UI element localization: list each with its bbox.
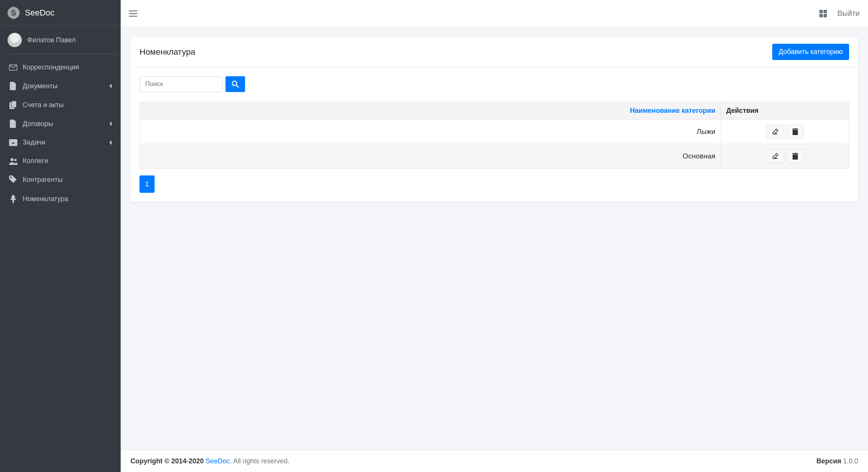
delete-button[interactable] — [787, 149, 804, 163]
sidebar-item-documents[interactable]: Документы — [3, 77, 118, 95]
brand[interactable]: S SeeDoc — [0, 0, 121, 26]
table-row: Основная — [140, 144, 849, 169]
user-name: Филатов Павел — [27, 36, 76, 44]
card: Номенклатура Добавить категорию — [130, 37, 858, 202]
delete-button[interactable] — [787, 125, 804, 138]
add-category-button[interactable]: Добавить категорию — [772, 44, 849, 60]
svg-point-6 — [10, 177, 12, 178]
version: Версия 1.0.0 — [816, 457, 858, 465]
sidebar-item-contracts[interactable]: Договоры — [3, 114, 118, 133]
copy-icon — [8, 101, 18, 109]
svg-rect-7 — [12, 200, 14, 203]
sidebar-item-label: Контрагенты — [23, 176, 112, 184]
sidebar-item-invoices[interactable]: Счета и акты — [3, 95, 118, 114]
sidebar-item-label: Документы — [23, 82, 109, 90]
edit-icon — [772, 153, 779, 160]
chevron-left-icon — [109, 121, 112, 126]
svg-point-5 — [14, 159, 17, 161]
svg-line-16 — [236, 85, 239, 88]
apps-icon[interactable] — [819, 10, 827, 17]
chevron-left-icon — [109, 140, 112, 145]
page-title: Номенклатура — [140, 47, 195, 57]
avatar — [8, 33, 22, 47]
top-navbar: Выйти — [121, 0, 868, 27]
edit-button[interactable] — [766, 149, 784, 163]
sidebar-item-label: Договоры — [23, 120, 109, 128]
trash-icon — [792, 153, 798, 160]
sidebar-item-tasks[interactable]: Задачи — [3, 133, 118, 152]
sidebar-item-label: Счета и акты — [23, 101, 112, 109]
svg-rect-13 — [819, 14, 823, 17]
chevron-left-icon — [109, 83, 112, 89]
file-icon — [8, 82, 18, 90]
sidebar: S SeeDoc Филатов Павел Корреспонденция Д… — [0, 0, 121, 472]
tree-icon — [8, 194, 18, 203]
page-1-button[interactable]: 1 — [140, 175, 155, 193]
category-name-cell: Основная — [140, 144, 721, 169]
category-name-cell: Лыжи — [140, 120, 721, 144]
edit-icon — [772, 128, 779, 135]
card-body: Наименование категории Действия Лыжи — [130, 67, 858, 202]
sidebar-item-label: Коллеги — [23, 157, 112, 165]
svg-rect-17 — [793, 130, 798, 135]
brand-name: SeeDoc — [25, 8, 54, 18]
svg-rect-22 — [794, 153, 796, 154]
footer-brand-link[interactable]: SeeDoc. — [205, 457, 232, 465]
search-icon — [232, 80, 239, 88]
copyright: Copyright © 2014-2020 SeeDoc. All rights… — [130, 457, 289, 465]
categories-table: Наименование категории Действия Лыжи — [140, 102, 849, 169]
column-name-header[interactable]: Наименование категории — [140, 102, 721, 120]
svg-point-4 — [11, 158, 14, 161]
pagination: 1 — [140, 175, 849, 193]
logout-link[interactable]: Выйти — [837, 9, 860, 18]
svg-rect-12 — [824, 10, 827, 13]
tag-icon — [8, 175, 18, 184]
users-icon — [8, 157, 18, 165]
footer: Copyright © 2014-2020 SeeDoc. All rights… — [121, 450, 868, 472]
svg-rect-19 — [794, 128, 796, 129]
svg-rect-20 — [793, 154, 798, 160]
user-panel[interactable]: Филатов Павел — [4, 26, 117, 54]
brand-logo: S — [8, 7, 20, 19]
inbox-icon — [8, 139, 18, 146]
svg-rect-14 — [824, 14, 827, 17]
sidebar-item-label: Задачи — [23, 138, 109, 146]
sidebar-nav: Корреспонденция Документы Счета и акты — [0, 54, 121, 212]
file-icon — [8, 120, 18, 128]
sidebar-item-nomenclature[interactable]: Номенклатура — [3, 189, 118, 209]
card-header: Номенклатура Добавить категорию — [130, 37, 858, 67]
sidebar-item-correspondence[interactable]: Корреспонденция — [3, 58, 118, 77]
table-row: Лыжи — [140, 120, 849, 144]
hamburger-icon[interactable] — [129, 10, 137, 17]
actions-cell — [721, 144, 849, 169]
sidebar-item-label: Номенклатура — [23, 195, 112, 203]
column-actions-header: Действия — [721, 102, 849, 120]
svg-rect-3 — [12, 101, 16, 107]
trash-icon — [792, 128, 798, 135]
search-row — [140, 76, 849, 92]
svg-point-15 — [232, 81, 237, 86]
edit-button[interactable] — [766, 125, 784, 138]
sidebar-item-counterparties[interactable]: Контрагенты — [3, 170, 118, 189]
svg-rect-11 — [819, 10, 823, 13]
envelope-icon — [8, 64, 18, 71]
search-input[interactable] — [140, 76, 222, 92]
sidebar-item-colleagues[interactable]: Коллеги — [3, 152, 118, 170]
sidebar-item-label: Корреспонденция — [23, 63, 112, 71]
content: Выйти Номенклатура Добавить категорию — [121, 0, 868, 472]
main: Номенклатура Добавить категорию — [121, 27, 868, 450]
search-button[interactable] — [225, 76, 245, 92]
actions-cell — [721, 120, 849, 144]
